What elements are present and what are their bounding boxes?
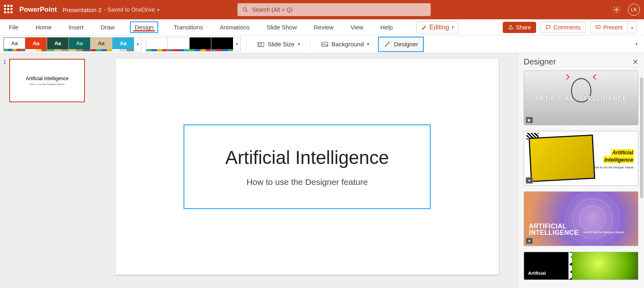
design-suggestion[interactable]: + ARTIFICIAL INTELLIGENCE ▣ xyxy=(524,70,638,125)
designer-label: Designer xyxy=(394,41,418,48)
variant-thumb[interactable] xyxy=(168,37,190,51)
tab-slideshow[interactable]: Slide Show xyxy=(265,21,298,33)
app-name: PowerPoint xyxy=(19,6,57,14)
theme-thumb[interactable]: Aa xyxy=(4,37,25,51)
theme-thumb[interactable]: Aa xyxy=(112,37,134,51)
magic-wand-icon xyxy=(384,41,391,48)
present-button[interactable]: Present xyxy=(590,21,628,33)
designer-pane: Designer ✕ + ARTIFICIAL INTELLIGENCE ▣ A… xyxy=(518,53,644,288)
theme-thumb[interactable]: Aa xyxy=(25,37,47,51)
slide-editor[interactable]: Artificial Intelligence How to use the D… xyxy=(97,53,518,288)
svg-point-2 xyxy=(616,9,618,11)
suggestion-title: Artificial xyxy=(528,271,546,276)
designer-suggestions[interactable]: + ARTIFICIAL INTELLIGENCE ▣ Artificial I… xyxy=(518,70,644,288)
suggestion-title: ARTIFICIAL INTELLIGENCE xyxy=(535,95,627,102)
premium-badge-icon: ★ xyxy=(526,177,533,184)
workspace: 1 Artificial Intelligence How to use the… xyxy=(0,53,644,288)
editing-mode-button[interactable]: Editing ▾ xyxy=(416,21,459,33)
slide-subtitle[interactable]: How to use the Designer feature xyxy=(246,177,367,187)
design-ribbon: Aa Aa Aa Aa Aa Aa ▾ ▾ xyxy=(0,35,644,53)
theme-thumb[interactable]: Aa xyxy=(47,37,69,51)
chevron-down-icon: ▾ xyxy=(452,25,454,29)
theme-label: Aa xyxy=(112,37,134,49)
variant-gallery: ▾ xyxy=(146,37,241,52)
chevron-down-icon: ▾ xyxy=(631,26,633,30)
share-button[interactable]: Share xyxy=(503,22,536,33)
slide-thumbnail-panel: 1 Artificial Intelligence How to use the… xyxy=(0,53,97,288)
search-box[interactable] xyxy=(237,3,431,16)
suggestion-title: Intelligence xyxy=(603,156,634,163)
comments-label: Comments xyxy=(553,24,581,31)
user-avatar[interactable]: LK xyxy=(628,4,640,16)
slide-size-label: Slide Size xyxy=(268,41,295,48)
variant-thumb[interactable] xyxy=(190,37,211,51)
design-suggestion[interactable]: ARTIFICIALINTELLIGENCE How to use the De… xyxy=(524,191,638,246)
svg-point-0 xyxy=(243,8,246,11)
suggestion-title: Artificial xyxy=(611,149,634,156)
theme-label: Aa xyxy=(91,37,112,49)
design-suggestion[interactable]: Artificial xyxy=(524,252,638,280)
theme-gallery-more[interactable]: ▾ xyxy=(134,42,141,46)
doc-name: Presentation 2 xyxy=(63,6,102,13)
scrollbar[interactable] xyxy=(640,77,643,198)
divider xyxy=(310,39,311,50)
pencil-icon xyxy=(421,25,427,30)
title-textbox[interactable]: Artificial Intelligence How to use the D… xyxy=(184,124,431,209)
slide-title[interactable]: Artificial Intelligence xyxy=(225,147,389,168)
suggestion-title: INTELLIGENCE xyxy=(529,229,578,236)
svg-point-7 xyxy=(389,43,390,44)
chevron-down-icon: ▾ xyxy=(367,42,369,46)
designer-button[interactable]: Designer xyxy=(378,37,424,52)
comments-button[interactable]: Comments xyxy=(540,22,586,33)
slide-size-button[interactable]: Slide Size ▾ xyxy=(252,38,305,50)
background-icon xyxy=(321,41,328,48)
save-location: - Saved to OneDrive xyxy=(104,6,155,13)
tab-draw[interactable]: Draw xyxy=(99,21,116,33)
theme-thumb[interactable]: Aa xyxy=(69,37,91,51)
svg-rect-5 xyxy=(259,43,262,46)
variant-thumb[interactable] xyxy=(146,37,168,51)
tab-file[interactable]: File xyxy=(7,21,20,33)
tab-transitions[interactable]: Transitions xyxy=(172,21,204,33)
app-launcher-icon[interactable] xyxy=(4,5,14,15)
present-label: Present xyxy=(603,24,623,31)
close-icon[interactable]: ✕ xyxy=(632,58,638,66)
search-input[interactable] xyxy=(252,6,426,13)
tab-help[interactable]: Help xyxy=(379,21,394,33)
suggestion-subtitle: How to use the Designer feature xyxy=(594,166,634,169)
chevron-down-icon: ▾ xyxy=(157,8,159,12)
premium-badge-icon: ★ xyxy=(526,238,533,244)
ribbon-tabs: File Home Insert Draw Design Transitions… xyxy=(0,19,644,35)
tab-review[interactable]: Review xyxy=(312,21,335,33)
design-suggestion[interactable]: Artificial Intelligence How to use the D… xyxy=(524,131,638,186)
variant-gallery-more[interactable]: ▾ xyxy=(233,42,240,46)
share-icon xyxy=(508,25,514,30)
tab-insert[interactable]: Insert xyxy=(67,21,85,33)
svg-line-1 xyxy=(246,10,248,12)
slide-size-icon xyxy=(257,41,264,48)
present-dropdown[interactable]: ▾ xyxy=(628,21,637,33)
theme-thumb[interactable]: Aa xyxy=(91,37,112,51)
search-icon xyxy=(242,7,248,13)
settings-icon[interactable] xyxy=(613,6,621,14)
tab-home[interactable]: Home xyxy=(34,21,53,33)
background-button[interactable]: Background ▾ xyxy=(316,38,374,50)
theme-label: Aa xyxy=(4,38,25,49)
share-label: Share xyxy=(516,24,531,31)
tab-design[interactable]: Design xyxy=(130,21,159,33)
thumb-subtitle: How to use the Designer feature xyxy=(30,83,64,85)
thumb-title: Artificial Intelligence xyxy=(26,76,68,81)
slide-thumbnail[interactable]: Artificial Intelligence How to use the D… xyxy=(9,59,85,102)
slide-canvas[interactable]: Artificial Intelligence How to use the D… xyxy=(116,59,499,275)
tab-animations[interactable]: Animations xyxy=(218,21,251,33)
suggestion-title: ARTIFICIAL xyxy=(529,223,567,230)
present-icon xyxy=(595,25,601,30)
theme-gallery: Aa Aa Aa Aa Aa Aa ▾ xyxy=(3,37,142,52)
video-badge-icon: ▣ xyxy=(526,117,533,123)
designer-pane-title: Designer xyxy=(524,57,556,66)
ribbon-expand-icon[interactable]: ▾ xyxy=(632,40,641,48)
document-title[interactable]: Presentation 2 - Saved to OneDrive ▾ xyxy=(63,6,160,13)
variant-thumb[interactable] xyxy=(211,37,233,51)
suggestion-subtitle: How to use the Designer feature xyxy=(584,231,624,234)
tab-view[interactable]: View xyxy=(349,21,365,33)
